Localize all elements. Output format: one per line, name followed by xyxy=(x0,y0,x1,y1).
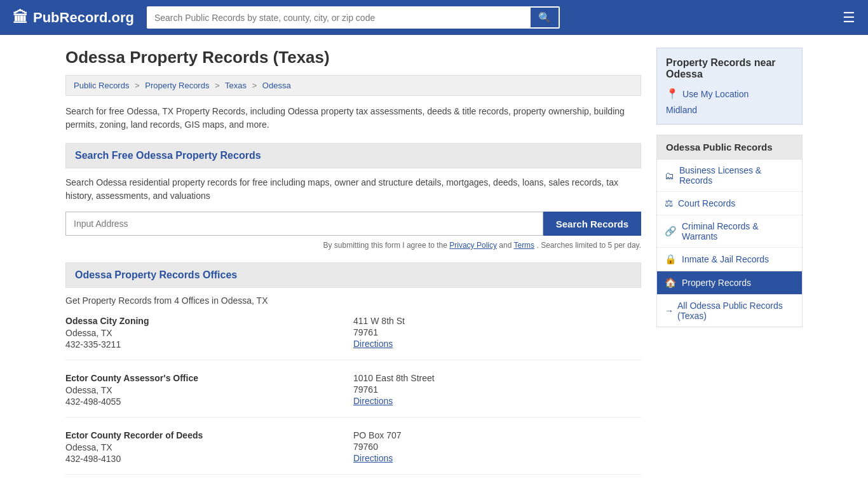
sidebar-record-item[interactable]: 🔗 Criminal Records & Warrants xyxy=(657,215,802,248)
record-type-icon: 🗂 xyxy=(665,170,674,181)
office-entry: Ector County Recorder of Deeds Odessa, T… xyxy=(65,430,641,475)
form-note-limit: . Searches limited to 5 per day. xyxy=(536,241,641,250)
directions-link[interactable]: Directions xyxy=(353,453,393,463)
page-title: Odessa Property Records (Texas) xyxy=(65,48,641,67)
site-header: 🏛 PubRecord.org 🔍 ☰ xyxy=(0,0,868,35)
office-entry: Ector County Assessor's Office Odessa, T… xyxy=(65,373,641,417)
office-entry: Odessa City Zoning Odessa, TX 432-335-32… xyxy=(65,316,641,360)
offices-description: Get Property Records from 4 Offices in O… xyxy=(65,295,641,306)
office-name: Ector County Assessor's Office xyxy=(65,373,353,383)
search-form: Search Records xyxy=(65,212,641,236)
main-content: Odessa Property Records (Texas) Public R… xyxy=(65,48,641,487)
search-description: Search Odessa residential property recor… xyxy=(65,176,641,203)
address-input[interactable] xyxy=(65,212,543,236)
sidebar-record-item[interactable]: 🔒 Inmate & Jail Records xyxy=(657,248,802,271)
all-records-label: All Odessa Public Records (Texas) xyxy=(677,301,794,321)
page-description: Search for free Odessa, TX Property Reco… xyxy=(65,105,641,132)
office-address: 1010 East 8th Street xyxy=(353,373,641,383)
office-city: Odessa, TX xyxy=(65,328,353,338)
office-name: Ector County Recorder of Deeds xyxy=(65,430,353,440)
header-search-wrap: 🔍 xyxy=(147,6,560,29)
record-type-icon: 🏠 xyxy=(665,277,677,288)
form-note-and: and xyxy=(499,241,513,250)
search-icon: 🔍 xyxy=(538,12,551,23)
record-type-icon: 🔗 xyxy=(665,226,677,237)
directions-link[interactable]: Directions xyxy=(353,339,393,349)
nearby-city-link[interactable]: Midland xyxy=(666,105,697,115)
office-address: PO Box 707 xyxy=(353,430,641,440)
record-type-label: Court Records xyxy=(678,198,735,208)
form-note: By submitting this form I agree to the P… xyxy=(65,241,641,250)
sidebar-public-records-section: Odessa Public Records 🗂 Business License… xyxy=(656,135,803,327)
breadcrumb-sep-1: > xyxy=(135,81,140,90)
header-menu-button[interactable]: ☰ xyxy=(843,10,855,26)
search-records-button[interactable]: Search Records xyxy=(543,212,641,236)
record-type-label: Business Licenses & Records xyxy=(679,165,794,186)
record-type-label: Inmate & Jail Records xyxy=(682,254,769,264)
offices-section-header: Odessa Property Records Offices xyxy=(65,262,641,288)
directions-link[interactable]: Directions xyxy=(353,396,393,406)
page-container: Odessa Property Records (Texas) Public R… xyxy=(53,35,815,488)
office-phone: 432-498-4055 xyxy=(65,396,353,407)
breadcrumb-sep-3: > xyxy=(252,81,257,90)
breadcrumb: Public Records > Property Records > Texa… xyxy=(65,75,641,96)
sidebar-record-item[interactable]: 🏠 Property Records xyxy=(657,271,802,295)
form-note-text: By submitting this form I agree to the xyxy=(323,241,447,250)
use-my-location-label: Use My Location xyxy=(682,89,749,99)
logo-icon: 🏛 xyxy=(13,9,28,27)
search-section-header: Search Free Odessa Property Records xyxy=(65,143,641,168)
record-type-label: Property Records xyxy=(682,278,751,288)
sidebar-record-items: 🗂 Business Licenses & Records ⚖ Court Re… xyxy=(657,159,802,295)
record-type-icon: 🔒 xyxy=(665,254,677,265)
sidebar-record-item[interactable]: ⚖ Court Records xyxy=(657,192,802,215)
office-phone: 432-498-4130 xyxy=(65,454,353,464)
office-city: Odessa, TX xyxy=(65,385,353,395)
header-search-button[interactable]: 🔍 xyxy=(529,6,560,29)
arrow-icon: → xyxy=(665,306,674,316)
use-my-location-link[interactable]: 📍 Use My Location xyxy=(666,88,793,100)
office-city: Odessa, TX xyxy=(65,442,353,452)
site-logo[interactable]: 🏛 PubRecord.org xyxy=(13,9,134,27)
breadcrumb-texas[interactable]: Texas xyxy=(225,81,247,90)
office-phone: 432-335-3211 xyxy=(65,339,353,349)
sidebar-record-item[interactable]: 🗂 Business Licenses & Records xyxy=(657,159,802,192)
offices-list: Odessa City Zoning Odessa, TX 432-335-32… xyxy=(65,316,641,475)
privacy-policy-link[interactable]: Privacy Policy xyxy=(449,241,497,250)
location-icon: 📍 xyxy=(666,88,679,100)
sidebar: Property Records near Odessa 📍 Use My Lo… xyxy=(656,48,803,487)
menu-icon: ☰ xyxy=(843,10,855,25)
office-zip: 79761 xyxy=(353,384,641,395)
record-type-label: Criminal Records & Warrants xyxy=(682,221,794,241)
sidebar-records-title: Odessa Public Records xyxy=(657,135,802,159)
record-type-icon: ⚖ xyxy=(665,198,673,209)
terms-link[interactable]: Terms xyxy=(513,241,534,250)
office-name: Odessa City Zoning xyxy=(65,316,353,326)
header-search-input[interactable] xyxy=(147,6,529,29)
breadcrumb-property-records[interactable]: Property Records xyxy=(145,81,209,90)
office-zip: 79761 xyxy=(353,327,641,337)
office-zip: 79760 xyxy=(353,442,641,452)
sidebar-nearby-title: Property Records near Odessa xyxy=(666,57,793,80)
all-odessa-records-link[interactable]: → All Odessa Public Records (Texas) xyxy=(657,295,802,327)
office-address: 411 W 8th St xyxy=(353,316,641,326)
breadcrumb-public-records[interactable]: Public Records xyxy=(74,81,129,90)
nearby-cities: Midland xyxy=(666,105,793,115)
breadcrumb-sep-2: > xyxy=(215,81,220,90)
logo-text: PubRecord.org xyxy=(33,10,134,26)
breadcrumb-odessa[interactable]: Odessa xyxy=(262,81,291,90)
sidebar-nearby-section: Property Records near Odessa 📍 Use My Lo… xyxy=(656,48,803,125)
